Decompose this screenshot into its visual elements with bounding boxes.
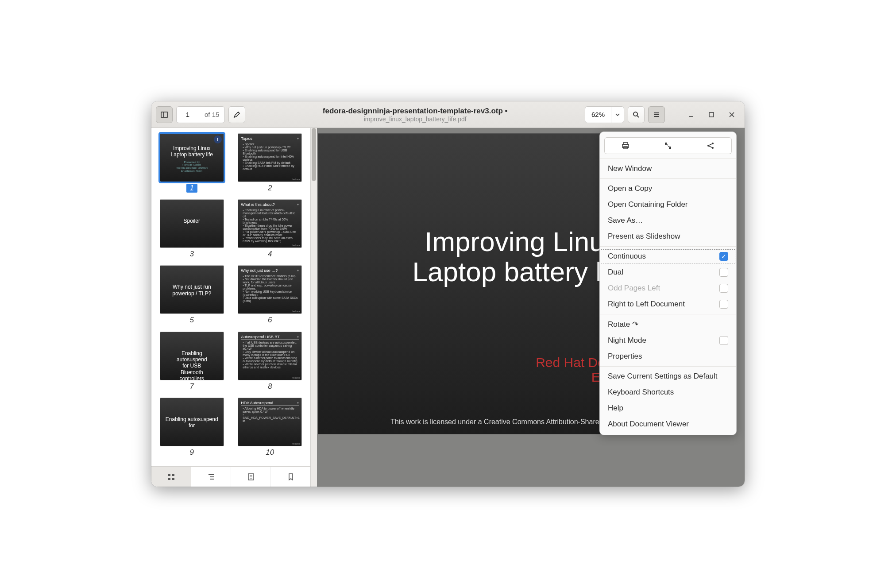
sidebar-toggle-button[interactable] [156, 106, 173, 123]
svg-rect-13 [168, 478, 170, 480]
svg-point-25 [712, 143, 714, 144]
menu-properties[interactable]: Properties [600, 348, 736, 364]
svg-rect-8 [709, 112, 714, 117]
page-number-entry[interactable]: of 15 [176, 106, 225, 123]
menu-rotate[interactable]: Rotate ↷ [600, 316, 736, 333]
page-total-label: of 15 [199, 107, 224, 123]
checkbox-off-icon [719, 300, 728, 309]
svg-rect-14 [172, 478, 174, 480]
thumbnail-label: 1 [186, 184, 197, 193]
menu-save-default[interactable]: Save Current Settings as Default [600, 368, 736, 384]
menu-help[interactable]: Help [600, 400, 736, 416]
thumbnail-label: 10 [233, 448, 307, 457]
fullscreen-button[interactable] [647, 137, 690, 154]
thumbnail-grid[interactable]: fImproving LinuxLaptop battery lifePrese… [151, 128, 310, 466]
hamburger-menu-button[interactable] [648, 106, 665, 123]
menu-odd-pages-left: Odd Pages Left [600, 280, 736, 296]
svg-point-27 [712, 147, 714, 149]
close-button[interactable] [723, 106, 740, 123]
annotate-button[interactable] [228, 106, 245, 123]
thumbnail-3[interactable]: Spoiler3 [155, 199, 229, 263]
thumbnail-8[interactable]: Autosuspend USB BTIf all USB devices are… [233, 332, 307, 395]
svg-line-29 [709, 146, 712, 147]
thumbnail-label: 5 [155, 316, 229, 325]
svg-line-3 [637, 116, 639, 117]
title-area: fedora-designninja-presentation-template… [249, 107, 581, 123]
search-button[interactable] [628, 106, 645, 123]
menu-present-slideshow[interactable]: Present as Slideshow [600, 228, 736, 244]
menu-open-copy[interactable]: Open a Copy [600, 181, 736, 197]
menu-dual[interactable]: Dual [600, 264, 736, 280]
checkbox-off-icon [719, 336, 728, 345]
menu-night-mode[interactable]: Night Mode [600, 333, 736, 348]
menu-open-containing-folder[interactable]: Open Containing Folder [600, 197, 736, 213]
sidebar: fImproving LinuxLaptop battery lifePrese… [151, 128, 311, 487]
zoom-value: 62% [585, 111, 611, 118]
thumbnail-4[interactable]: What is this about?Enabling a number of … [233, 199, 307, 263]
main-scrollbar[interactable] [311, 128, 317, 487]
thumbnail-1[interactable]: fImproving LinuxLaptop battery lifePrese… [155, 133, 229, 197]
menu-about[interactable]: About Document Viewer [600, 416, 736, 432]
annotations-mode-button[interactable] [231, 467, 271, 487]
checkbox-off-icon [719, 284, 728, 293]
thumbnail-label: 8 [233, 382, 307, 391]
thumbnail-9[interactable]: Enabling autosuspend for9 [155, 398, 229, 461]
print-button[interactable] [604, 137, 647, 154]
document-subtitle: improve_linux_laptop_battery_life.pdf [249, 116, 581, 123]
svg-rect-0 [161, 112, 167, 117]
thumbnail-label: 6 [233, 316, 307, 325]
main-menu-popover: New Window Open a Copy Open Containing F… [599, 132, 737, 435]
thumbnail-10[interactable]: HDA AutosuspendAllowing HDA to power-off… [233, 398, 307, 461]
thumbnail-2[interactable]: TopicsSpoilerWhy not just run powertop /… [233, 133, 307, 197]
svg-rect-12 [172, 474, 174, 476]
thumbnail-label: 4 [233, 250, 307, 259]
menu-save-as[interactable]: Save As… [600, 213, 736, 228]
minimize-button[interactable] [683, 106, 699, 123]
thumbnails-mode-button[interactable] [151, 467, 191, 487]
chevron-down-icon[interactable] [611, 107, 624, 123]
thumbnail-label: 9 [155, 448, 229, 457]
thumbnail-label: 3 [155, 250, 229, 259]
sidebar-mode-switcher [151, 466, 310, 487]
thumbnail-7[interactable]: Enablingautosuspendfor USBBluetoothcontr… [155, 332, 229, 395]
menu-continuous[interactable]: Continuous✓ [600, 248, 736, 264]
thumbnail-label: 7 [155, 382, 229, 391]
maximize-button[interactable] [703, 106, 720, 123]
thumbnail-6[interactable]: Why not just use …?The OOTB experience m… [233, 265, 307, 329]
menu-keyboard-shortcuts[interactable]: Keyboard Shortcuts [600, 384, 736, 400]
svg-point-26 [707, 145, 709, 147]
bookmarks-mode-button[interactable] [271, 467, 310, 487]
headerbar: of 15 fedora-designninja-presentation-te… [151, 101, 745, 128]
menu-new-window[interactable]: New Window [600, 161, 736, 177]
svg-rect-11 [168, 474, 170, 476]
svg-rect-23 [622, 144, 629, 147]
menu-right-to-left[interactable]: Right to Left Document [600, 296, 736, 312]
zoom-selector[interactable]: 62% [585, 106, 624, 123]
document-viewer-window: of 15 fedora-designninja-presentation-te… [151, 101, 745, 487]
outline-mode-button[interactable] [191, 467, 231, 487]
page-number-input[interactable] [177, 107, 199, 123]
thumbnail-5[interactable]: Why not just runpowertop / TLP?5 [155, 265, 229, 329]
svg-point-2 [633, 112, 637, 116]
share-button[interactable] [689, 137, 732, 154]
checkbox-on-icon: ✓ [719, 252, 728, 261]
thumbnail-label: 2 [233, 184, 307, 193]
svg-line-28 [709, 144, 712, 145]
document-title: fedora-designninja-presentation-template… [249, 107, 581, 116]
checkbox-off-icon [719, 268, 728, 277]
